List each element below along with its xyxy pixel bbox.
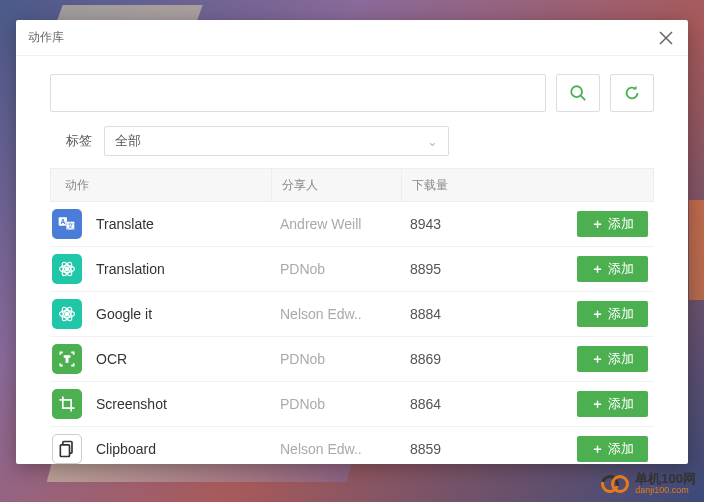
action-icon: T	[52, 344, 82, 374]
table-row: TranslationPDNob8895＋添加	[50, 247, 654, 292]
cell-sharer: Nelson Edw..	[270, 306, 400, 322]
plus-icon: ＋	[591, 215, 604, 233]
action-library-window: 动作库 标签 全部 ⌄ 动作 分享人 下载量 A文TranslateAndrew…	[16, 20, 688, 464]
cell-action: Clipboard	[50, 434, 270, 464]
header-sharer: 分享人	[271, 169, 401, 201]
plus-icon: ＋	[591, 350, 604, 368]
tag-select[interactable]: 全部 ⌄	[104, 126, 449, 156]
cell-add: ＋添加	[520, 211, 654, 237]
search-input[interactable]	[50, 74, 546, 112]
action-name: Translation	[96, 261, 165, 277]
watermark-en: danji100.com	[635, 486, 696, 496]
refresh-button[interactable]	[610, 74, 654, 112]
cell-downloads: 8859	[400, 441, 520, 457]
plus-icon: ＋	[591, 305, 604, 323]
cell-sharer: Andrew Weill	[270, 216, 400, 232]
plus-icon: ＋	[591, 440, 604, 458]
table-row: ScreenshotPDNob8864＋添加	[50, 382, 654, 427]
tag-filter-row: 标签 全部 ⌄	[16, 126, 688, 168]
header-downloads: 下载量	[401, 169, 521, 201]
action-icon	[52, 434, 82, 464]
cell-action: Screenshot	[50, 389, 270, 419]
svg-point-0	[571, 86, 582, 97]
cell-action: Google it	[50, 299, 270, 329]
add-button[interactable]: ＋添加	[577, 391, 648, 417]
action-name: Clipboard	[96, 441, 156, 457]
svg-rect-15	[60, 445, 69, 457]
header-action: 动作	[51, 177, 271, 194]
cell-add: ＋添加	[520, 436, 654, 462]
search-icon	[569, 84, 587, 102]
action-name: Google it	[96, 306, 152, 322]
cell-add: ＋添加	[520, 346, 654, 372]
svg-point-9	[65, 312, 68, 315]
action-name: Screenshot	[96, 396, 167, 412]
table-row: A文TranslateAndrew Weill8943＋添加	[50, 202, 654, 247]
close-icon	[659, 31, 673, 45]
watermark-logo-icon	[601, 473, 629, 495]
refresh-icon	[623, 84, 641, 102]
tag-label: 标签	[66, 132, 92, 150]
action-name: OCR	[96, 351, 127, 367]
cell-add: ＋添加	[520, 391, 654, 417]
cell-sharer: Nelson Edw..	[270, 441, 400, 457]
table-body: A文TranslateAndrew Weill8943＋添加Translatio…	[50, 202, 654, 464]
chevron-down-icon: ⌄	[427, 134, 438, 149]
plus-icon: ＋	[591, 260, 604, 278]
table-row: Google itNelson Edw..8884＋添加	[50, 292, 654, 337]
action-icon	[52, 299, 82, 329]
search-row	[16, 56, 688, 126]
plus-icon: ＋	[591, 395, 604, 413]
cell-action: A文Translate	[50, 209, 270, 239]
cell-sharer: PDNob	[270, 261, 400, 277]
cell-downloads: 8895	[400, 261, 520, 277]
add-button[interactable]: ＋添加	[577, 211, 648, 237]
search-button[interactable]	[556, 74, 600, 112]
cell-downloads: 8943	[400, 216, 520, 232]
watermark: 单机100网 danji100.com	[601, 472, 696, 496]
action-icon	[52, 254, 82, 284]
tag-select-value: 全部	[115, 132, 141, 150]
action-icon	[52, 389, 82, 419]
close-button[interactable]	[656, 28, 676, 48]
table-row: ClipboardNelson Edw..8859＋添加	[50, 427, 654, 464]
cell-action: Translation	[50, 254, 270, 284]
svg-text:A: A	[60, 218, 65, 225]
svg-point-5	[65, 267, 68, 270]
add-button[interactable]: ＋添加	[577, 256, 648, 282]
cell-add: ＋添加	[520, 301, 654, 327]
action-name: Translate	[96, 216, 154, 232]
add-button[interactable]: ＋添加	[577, 346, 648, 372]
svg-text:文: 文	[67, 222, 74, 229]
cell-sharer: PDNob	[270, 396, 400, 412]
action-table: 动作 分享人 下载量 A文TranslateAndrew Weill8943＋添…	[16, 168, 688, 464]
cell-sharer: PDNob	[270, 351, 400, 367]
action-icon: A文	[52, 209, 82, 239]
cell-downloads: 8869	[400, 351, 520, 367]
cell-downloads: 8864	[400, 396, 520, 412]
watermark-cn: 单机100网	[635, 472, 696, 486]
svg-text:T: T	[64, 354, 69, 364]
table-row: TOCRPDNob8869＋添加	[50, 337, 654, 382]
add-button[interactable]: ＋添加	[577, 436, 648, 462]
cell-downloads: 8884	[400, 306, 520, 322]
window-title: 动作库	[28, 29, 64, 46]
cell-action: TOCR	[50, 344, 270, 374]
titlebar: 动作库	[16, 20, 688, 56]
cell-add: ＋添加	[520, 256, 654, 282]
add-button[interactable]: ＋添加	[577, 301, 648, 327]
table-header: 动作 分享人 下载量	[50, 168, 654, 202]
